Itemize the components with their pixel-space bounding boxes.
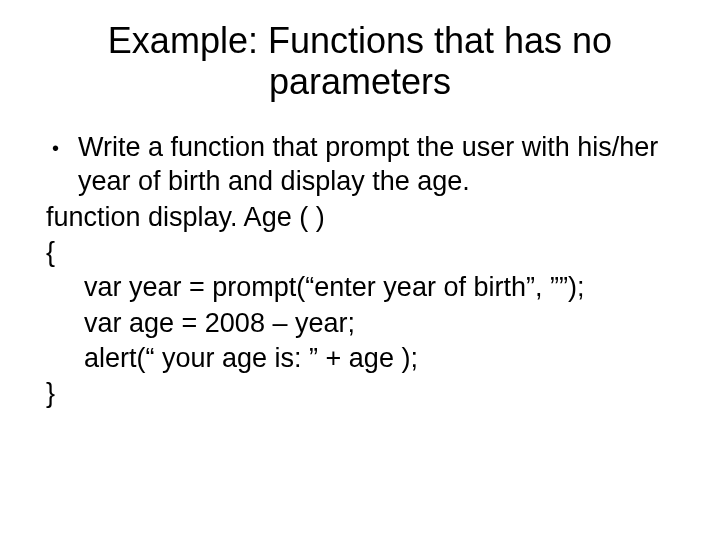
bullet-marker: • — [46, 131, 78, 165]
slide-content: • Write a function that prompt the user … — [38, 131, 682, 411]
slide-title: Example: Functions that has no parameter… — [38, 20, 682, 103]
code-line-6: } — [46, 376, 682, 411]
code-line-3: var year = prompt(“enter year of birth”,… — [46, 270, 682, 305]
slide-container: Example: Functions that has no parameter… — [0, 0, 720, 540]
bullet-item: • Write a function that prompt the user … — [46, 131, 682, 199]
bullet-text: Write a function that prompt the user wi… — [78, 131, 682, 199]
code-line-1: function display. Age ( ) — [46, 200, 682, 235]
code-line-5: alert(“ your age is: ” + age ); — [46, 341, 682, 376]
code-line-2: { — [46, 235, 682, 270]
code-line-4: var age = 2008 – year; — [46, 306, 682, 341]
